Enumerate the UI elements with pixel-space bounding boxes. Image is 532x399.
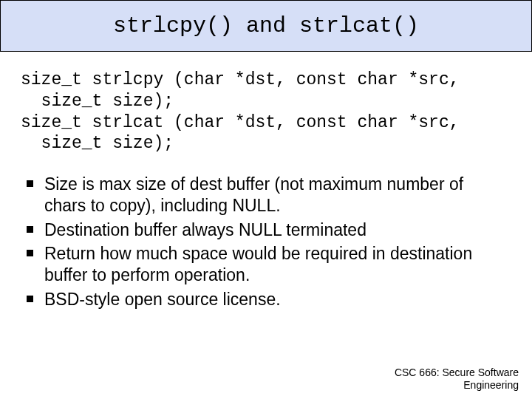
list-item: Destination buffer always NULL terminate… <box>44 219 505 241</box>
list-item: BSD-style open source license. <box>44 289 505 310</box>
footer-line: Engineering <box>395 379 519 392</box>
code-signatures: size_t strlcpy (char *dst, const char *s… <box>0 52 532 154</box>
bullet-list: Size is max size of dest buffer (not max… <box>0 154 532 310</box>
list-item: Return how much space would be required … <box>44 243 505 286</box>
slide-footer: CSC 666: Secure Software Engineering <box>395 366 519 392</box>
slide-title: strlcpy() and strlcat() <box>113 13 419 38</box>
list-item: Size is max size of dest buffer (not max… <box>44 174 505 216</box>
footer-line: CSC 666: Secure Software <box>395 366 519 379</box>
slide-title-band: strlcpy() and strlcat() <box>0 0 532 52</box>
